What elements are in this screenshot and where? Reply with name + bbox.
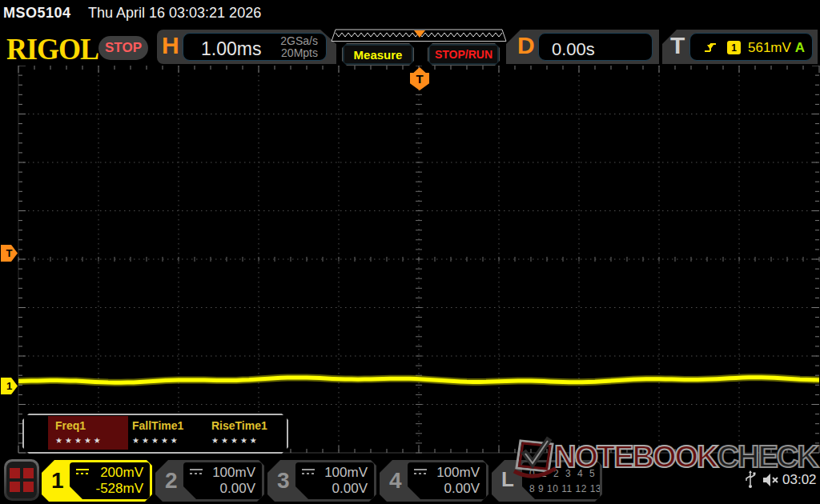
trigger-label: T <box>670 32 685 59</box>
measure-button[interactable]: Measure <box>342 43 414 66</box>
timebase-value: 1.00ms <box>201 38 261 60</box>
channel-offset: -528mV <box>95 481 143 497</box>
sample-rate-readout: 2GSa/s 20Mpts <box>280 35 318 59</box>
datetime-text: Thu April 16 03:03:21 2026 <box>88 5 261 22</box>
trigger-readout: 1 561mV A <box>689 33 813 61</box>
measurement-value: ★★★★★ <box>211 436 259 445</box>
horizontal-label: H <box>162 32 179 59</box>
rigol-logo: RIGOL <box>6 31 98 66</box>
horizontal-settings-panel[interactable]: H 1.00ms 2GSa/s 20Mpts <box>157 30 336 64</box>
channel-scale: 100mV <box>324 465 368 481</box>
la-channels-row1: 0 1 2 3 4 5 6 7 <box>529 468 619 479</box>
channel-number: 4 <box>389 468 402 494</box>
status-clock: 03:02 <box>782 472 817 488</box>
channel-scale: 200mV <box>100 465 143 481</box>
trigger-edge-icon <box>703 41 718 54</box>
memory-depth: 20Mpts <box>280 47 318 59</box>
top-info-bar: MSO5104 Thu April 16 03:03:21 2026 <box>0 0 820 26</box>
delay-value: 0.00s <box>552 39 595 60</box>
measurement-value: ★★★★★ <box>55 436 103 445</box>
channel-number: 2 <box>165 468 178 494</box>
channel-readout: 100mV 0.00V <box>183 462 262 499</box>
trigger-source-badge: 1 <box>727 41 741 54</box>
speaker-muted-icon <box>762 472 781 488</box>
la-label: L <box>501 467 514 492</box>
la-readout: 0 1 2 3 4 5 6 7 8 9 10 11 12 13 14 15 <box>522 462 600 499</box>
channel-readout: 200mV -528mV <box>70 462 150 499</box>
channel-2-tab[interactable]: 2 100mV 0.00V <box>155 460 264 502</box>
delay-readout: 0.00s <box>538 33 653 61</box>
channel-readout: 100mV 0.00V <box>295 462 374 499</box>
stop-run-button[interactable]: STOP/RUN <box>428 43 500 66</box>
menu-grid-icon <box>6 462 37 498</box>
measurement-name: RiseTime1 <box>211 419 267 432</box>
channel-scale: 100mV <box>212 465 255 481</box>
channel-1-tab[interactable]: 1 200mV -528mV <box>42 460 152 502</box>
la-channels-row2: 8 9 10 11 12 13 14 15 <box>529 483 630 494</box>
logic-analyzer-tab[interactable]: L 0 1 2 3 4 5 6 7 8 9 10 11 12 13 14 15 <box>492 460 602 502</box>
main-menu-button[interactable] <box>4 459 39 501</box>
trigger-mode: A <box>795 40 805 56</box>
channel-offset: 0.00V <box>444 481 480 497</box>
measurement-name: FallTime1 <box>132 419 183 432</box>
trigger-settings-panel[interactable]: T 1 561mV A <box>662 30 818 64</box>
channel-number: 3 <box>277 468 290 494</box>
channel-3-tab[interactable]: 3 100mV 0.00V <box>267 460 376 502</box>
channel-offset: 0.00V <box>332 481 368 497</box>
channel-readout: 100mV 0.00V <box>408 462 486 499</box>
sample-rate: 2GSa/s <box>280 35 318 47</box>
measurement-results-box[interactable]: Freq1 ★★★★★ FallTime1 ★★★★★ RiseTime1 ★★… <box>22 414 288 454</box>
measurement-value: ★★★★★ <box>132 436 180 445</box>
model-number: MSO5104 <box>3 5 71 22</box>
dc-coupling-icon <box>302 469 315 474</box>
oscilloscope-screen: MSO5104 Thu April 16 03:03:21 2026 RIGOL… <box>0 0 820 504</box>
delay-label: D <box>517 32 535 59</box>
channel-4-tab[interactable]: 4 100mV 0.00V <box>380 460 488 502</box>
channel-offset: 0.00V <box>220 481 255 497</box>
channel-scale: 100mV <box>436 465 480 481</box>
waveform-overview-bar[interactable] <box>331 29 507 42</box>
acquisition-status-badge: STOP <box>98 36 148 60</box>
dc-coupling-icon <box>76 469 89 474</box>
delay-settings-panel[interactable]: D 0.00s <box>506 30 659 64</box>
usb-icon <box>744 470 757 490</box>
trigger-level-value: 561mV <box>748 40 791 56</box>
graticule <box>0 66 820 456</box>
dc-coupling-icon <box>414 469 427 474</box>
measurement-name: Freq1 <box>55 419 86 432</box>
dc-coupling-icon <box>190 469 203 474</box>
horizontal-readout: 1.00ms 2GSa/s 20Mpts <box>183 33 327 61</box>
channel-number: 1 <box>51 468 64 494</box>
